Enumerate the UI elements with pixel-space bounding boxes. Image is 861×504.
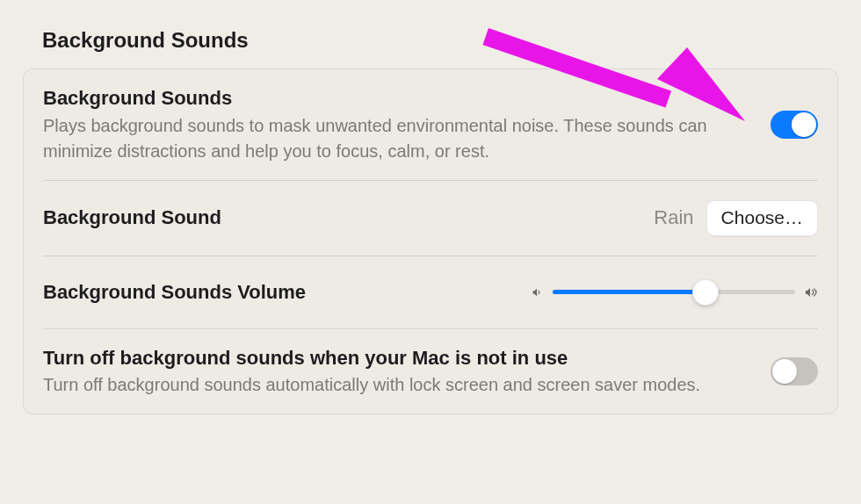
background-sound-value: Rain <box>654 206 693 229</box>
volume-slider[interactable] <box>553 279 795 306</box>
slider-thumb[interactable] <box>692 279 719 306</box>
row-title: Background Sound <box>43 205 638 231</box>
toggle-knob <box>792 112 816 137</box>
section-heading: Background Sounds <box>23 28 838 53</box>
settings-panel: Background Sounds Plays background sound… <box>23 68 838 414</box>
row-background-sounds-enable: Background Sounds Plays background sound… <box>43 69 818 181</box>
idle-off-toggle[interactable] <box>771 357 818 385</box>
choose-sound-button[interactable]: Choose… <box>706 200 818 236</box>
toggle-knob <box>772 359 797 384</box>
row-description: Plays background sounds to mask unwanted… <box>43 113 755 164</box>
row-volume: Background Sounds Volume <box>43 256 818 329</box>
row-title: Turn off background sounds when your Mac… <box>43 345 755 371</box>
row-idle-off: Turn off background sounds when your Mac… <box>43 329 818 414</box>
row-title: Background Sounds Volume <box>43 279 514 306</box>
volume-high-icon <box>804 285 818 299</box>
background-sounds-toggle[interactable] <box>771 111 818 139</box>
row-background-sound: Background Sound Rain Choose… <box>43 181 818 256</box>
volume-low-icon <box>530 285 544 299</box>
row-title: Background Sounds <box>43 85 755 112</box>
row-description: Turn off background sounds automatically… <box>43 372 755 398</box>
slider-fill <box>553 290 705 294</box>
